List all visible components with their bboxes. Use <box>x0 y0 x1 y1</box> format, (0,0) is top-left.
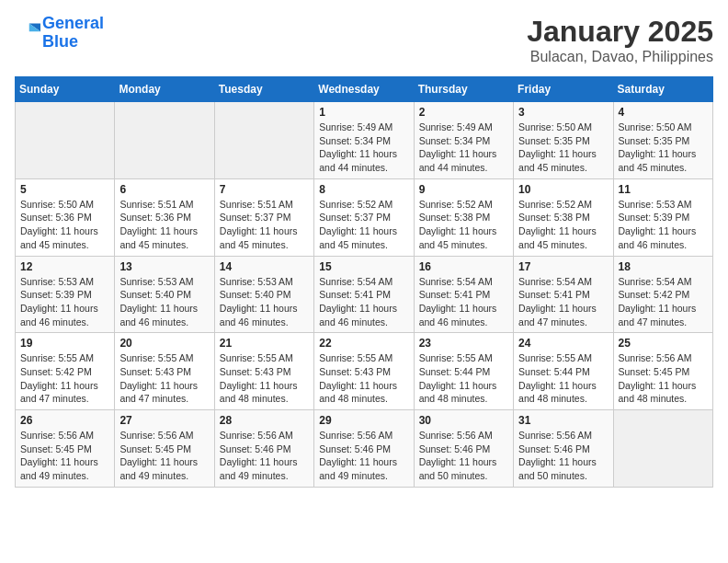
calendar-cell: 8Sunrise: 5:52 AM Sunset: 5:37 PM Daylig… <box>314 178 414 256</box>
day-detail: Sunrise: 5:56 AM Sunset: 5:45 PM Dayligh… <box>619 351 708 406</box>
day-detail: Sunrise: 5:52 AM Sunset: 5:37 PM Dayligh… <box>319 198 408 252</box>
weekday-header-friday: Friday <box>514 77 613 102</box>
day-detail: Sunrise: 5:56 AM Sunset: 5:46 PM Dayligh… <box>220 429 309 483</box>
calendar-cell: 23Sunrise: 5:55 AM Sunset: 5:44 PM Dayli… <box>414 333 513 410</box>
calendar-cell: 16Sunrise: 5:54 AM Sunset: 5:41 PM Dayli… <box>414 256 513 333</box>
day-detail: Sunrise: 5:56 AM Sunset: 5:45 PM Dayligh… <box>20 429 109 483</box>
day-number: 18 <box>619 260 708 273</box>
day-detail: Sunrise: 5:55 AM Sunset: 5:43 PM Dayligh… <box>119 351 209 406</box>
day-number: 11 <box>619 183 708 196</box>
calendar-cell: 21Sunrise: 5:55 AM Sunset: 5:43 PM Dayli… <box>214 333 313 410</box>
calendar-cell: 13Sunrise: 5:53 AM Sunset: 5:40 PM Dayli… <box>115 256 214 333</box>
calendar-cell: 12Sunrise: 5:53 AM Sunset: 5:39 PM Dayli… <box>16 256 115 333</box>
calendar-cell: 4Sunrise: 5:50 AM Sunset: 5:35 PM Daylig… <box>613 102 712 179</box>
day-number: 20 <box>119 337 209 350</box>
day-detail: Sunrise: 5:53 AM Sunset: 5:40 PM Dayligh… <box>119 275 209 329</box>
page-title: January 2025 <box>527 15 713 49</box>
day-detail: Sunrise: 5:55 AM Sunset: 5:42 PM Dayligh… <box>20 351 109 406</box>
day-detail: Sunrise: 5:52 AM Sunset: 5:38 PM Dayligh… <box>518 198 608 252</box>
day-detail: Sunrise: 5:51 AM Sunset: 5:36 PM Dayligh… <box>119 198 209 252</box>
calendar-cell: 31Sunrise: 5:56 AM Sunset: 5:46 PM Dayli… <box>514 410 613 488</box>
day-number: 5 <box>20 183 109 196</box>
calendar-cell: 15Sunrise: 5:54 AM Sunset: 5:41 PM Dayli… <box>314 256 414 333</box>
calendar-cell: 22Sunrise: 5:55 AM Sunset: 5:43 PM Dayli… <box>314 333 414 410</box>
calendar-cell: 14Sunrise: 5:53 AM Sunset: 5:40 PM Dayli… <box>214 256 313 333</box>
day-number: 2 <box>419 106 508 119</box>
day-detail: Sunrise: 5:54 AM Sunset: 5:42 PM Dayligh… <box>619 275 708 329</box>
logo-text: General Blue <box>42 15 104 52</box>
calendar-cell: 30Sunrise: 5:56 AM Sunset: 5:46 PM Dayli… <box>414 410 513 488</box>
day-detail: Sunrise: 5:49 AM Sunset: 5:34 PM Dayligh… <box>419 121 508 175</box>
day-number: 8 <box>319 183 408 196</box>
calendar-week-4: 19Sunrise: 5:55 AM Sunset: 5:42 PM Dayli… <box>16 333 713 410</box>
day-detail: Sunrise: 5:55 AM Sunset: 5:44 PM Dayligh… <box>518 351 608 406</box>
title-block: January 2025 Bulacan, Davao, Philippines <box>527 15 713 65</box>
day-detail: Sunrise: 5:52 AM Sunset: 5:38 PM Dayligh… <box>419 198 508 252</box>
page-header: General Blue January 2025 Bulacan, Davao… <box>15 15 713 65</box>
day-number: 9 <box>419 183 508 196</box>
calendar-cell: 10Sunrise: 5:52 AM Sunset: 5:38 PM Dayli… <box>514 178 613 256</box>
calendar-cell: 9Sunrise: 5:52 AM Sunset: 5:38 PM Daylig… <box>414 178 513 256</box>
weekday-header-thursday: Thursday <box>414 77 513 102</box>
day-detail: Sunrise: 5:51 AM Sunset: 5:37 PM Dayligh… <box>220 198 309 252</box>
day-number: 25 <box>619 337 708 350</box>
day-detail: Sunrise: 5:54 AM Sunset: 5:41 PM Dayligh… <box>319 275 408 329</box>
day-detail: Sunrise: 5:55 AM Sunset: 5:44 PM Dayligh… <box>419 351 508 406</box>
calendar-cell <box>16 102 115 179</box>
day-number: 21 <box>220 337 309 350</box>
calendar-cell: 19Sunrise: 5:55 AM Sunset: 5:42 PM Dayli… <box>16 333 115 410</box>
calendar-cell: 11Sunrise: 5:53 AM Sunset: 5:39 PM Dayli… <box>613 178 712 256</box>
day-number: 24 <box>518 337 608 350</box>
day-number: 27 <box>119 414 209 427</box>
logo: General Blue <box>15 15 104 52</box>
day-number: 12 <box>20 260 109 273</box>
calendar-cell: 6Sunrise: 5:51 AM Sunset: 5:36 PM Daylig… <box>115 178 214 256</box>
day-number: 13 <box>119 260 209 273</box>
day-number: 4 <box>619 106 708 119</box>
day-number: 22 <box>319 337 408 350</box>
logo-icon <box>15 20 40 46</box>
calendar-cell: 27Sunrise: 5:56 AM Sunset: 5:45 PM Dayli… <box>115 410 214 488</box>
calendar-week-3: 12Sunrise: 5:53 AM Sunset: 5:39 PM Dayli… <box>16 256 713 333</box>
day-detail: Sunrise: 5:49 AM Sunset: 5:34 PM Dayligh… <box>319 121 408 175</box>
day-detail: Sunrise: 5:56 AM Sunset: 5:46 PM Dayligh… <box>319 429 408 483</box>
calendar-cell: 1Sunrise: 5:49 AM Sunset: 5:34 PM Daylig… <box>314 102 414 179</box>
day-number: 26 <box>20 414 109 427</box>
calendar-cell: 20Sunrise: 5:55 AM Sunset: 5:43 PM Dayli… <box>115 333 214 410</box>
calendar-cell: 25Sunrise: 5:56 AM Sunset: 5:45 PM Dayli… <box>613 333 712 410</box>
day-number: 28 <box>220 414 309 427</box>
logo-line2: Blue <box>42 32 78 51</box>
day-detail: Sunrise: 5:50 AM Sunset: 5:35 PM Dayligh… <box>518 121 608 175</box>
day-detail: Sunrise: 5:55 AM Sunset: 5:43 PM Dayligh… <box>319 351 408 406</box>
day-detail: Sunrise: 5:56 AM Sunset: 5:45 PM Dayligh… <box>119 429 209 483</box>
calendar-week-2: 5Sunrise: 5:50 AM Sunset: 5:36 PM Daylig… <box>16 178 713 256</box>
calendar-week-5: 26Sunrise: 5:56 AM Sunset: 5:45 PM Dayli… <box>16 410 713 488</box>
weekday-header-monday: Monday <box>115 77 214 102</box>
day-detail: Sunrise: 5:50 AM Sunset: 5:35 PM Dayligh… <box>619 121 708 175</box>
calendar-cell: 28Sunrise: 5:56 AM Sunset: 5:46 PM Dayli… <box>214 410 313 488</box>
logo-line1: General <box>42 14 104 32</box>
day-number: 3 <box>518 106 608 119</box>
calendar-cell <box>115 102 214 179</box>
day-detail: Sunrise: 5:50 AM Sunset: 5:36 PM Dayligh… <box>20 198 109 252</box>
day-number: 7 <box>220 183 309 196</box>
calendar-cell: 17Sunrise: 5:54 AM Sunset: 5:41 PM Dayli… <box>514 256 613 333</box>
day-detail: Sunrise: 5:54 AM Sunset: 5:41 PM Dayligh… <box>518 275 608 329</box>
day-detail: Sunrise: 5:55 AM Sunset: 5:43 PM Dayligh… <box>220 351 309 406</box>
calendar-table: SundayMondayTuesdayWednesdayThursdayFrid… <box>15 76 713 488</box>
calendar-cell: 3Sunrise: 5:50 AM Sunset: 5:35 PM Daylig… <box>514 102 613 179</box>
day-detail: Sunrise: 5:53 AM Sunset: 5:39 PM Dayligh… <box>619 198 708 252</box>
calendar-cell: 24Sunrise: 5:55 AM Sunset: 5:44 PM Dayli… <box>514 333 613 410</box>
calendar-cell <box>613 410 712 488</box>
day-number: 19 <box>20 337 109 350</box>
day-number: 29 <box>319 414 408 427</box>
day-detail: Sunrise: 5:56 AM Sunset: 5:46 PM Dayligh… <box>518 429 608 483</box>
day-number: 1 <box>319 106 408 119</box>
calendar-cell: 18Sunrise: 5:54 AM Sunset: 5:42 PM Dayli… <box>613 256 712 333</box>
page-subtitle: Bulacan, Davao, Philippines <box>527 49 713 65</box>
day-number: 30 <box>419 414 508 427</box>
calendar-cell: 7Sunrise: 5:51 AM Sunset: 5:37 PM Daylig… <box>214 178 313 256</box>
calendar-week-1: 1Sunrise: 5:49 AM Sunset: 5:34 PM Daylig… <box>16 102 713 179</box>
calendar-cell: 29Sunrise: 5:56 AM Sunset: 5:46 PM Dayli… <box>314 410 414 488</box>
day-detail: Sunrise: 5:56 AM Sunset: 5:46 PM Dayligh… <box>419 429 508 483</box>
